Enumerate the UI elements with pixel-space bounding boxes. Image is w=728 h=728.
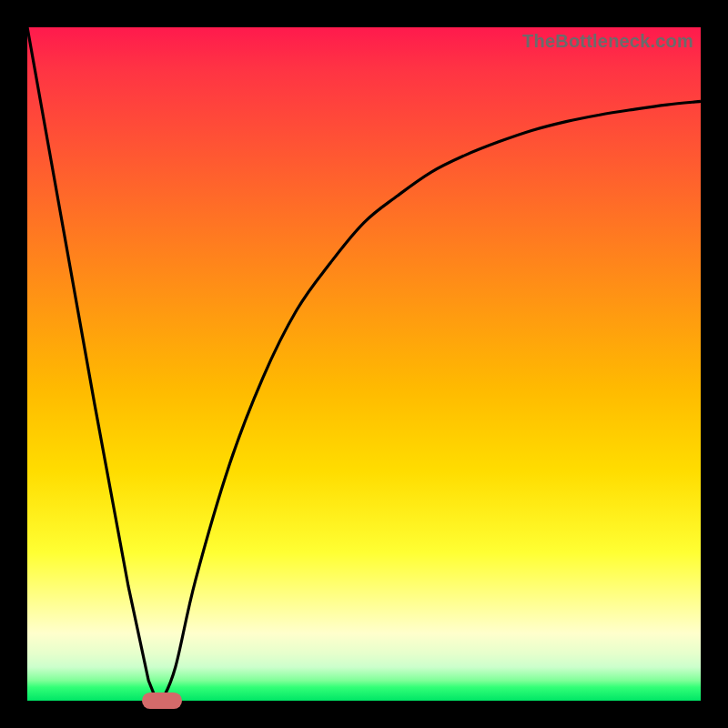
curve-layer (27, 27, 701, 701)
right-branch-curve (162, 101, 701, 701)
left-branch-curve (27, 27, 162, 701)
plot-area: TheBottleneck.com (27, 27, 701, 701)
bottleneck-marker (142, 693, 182, 709)
chart-container: TheBottleneck.com (0, 0, 728, 728)
